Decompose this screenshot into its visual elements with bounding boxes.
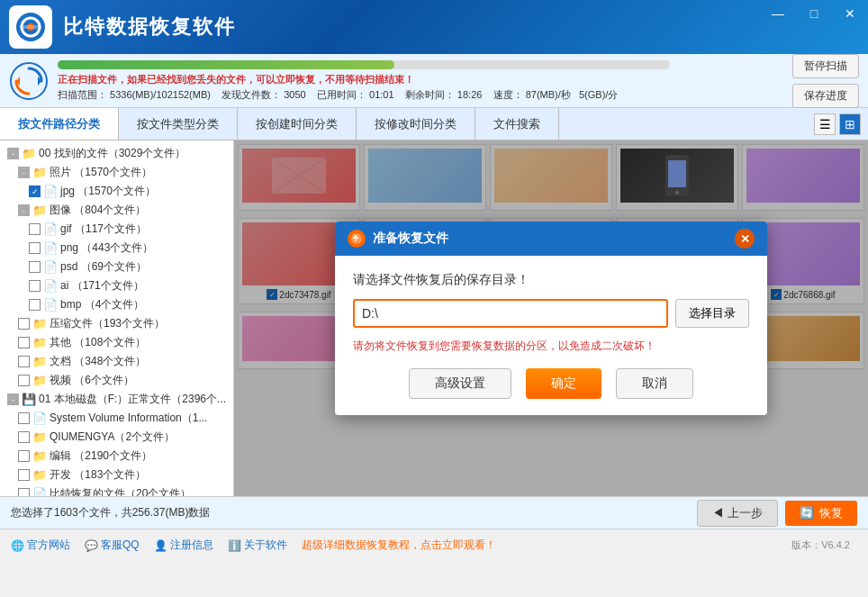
tree-checkbox[interactable] [18,318,30,330]
tree-checkbox[interactable] [18,337,30,348]
tree-item[interactable]: 📄 psd （69个文件） [0,258,233,276]
minimize-button[interactable]: — [760,0,796,27]
tree-checkbox[interactable] [29,242,41,254]
tree-checkbox[interactable]: - [18,167,30,178]
dialog-button-row: 高级设置 确定 取消 [353,368,749,399]
tree-item[interactable]: 📄 比特恢复的文件（20个文件） [0,484,233,496]
tree-checkbox[interactable] [18,356,30,367]
tab-search[interactable]: 文件搜索 [475,108,559,140]
tab-spacer [559,108,807,140]
tab-modify-time[interactable]: 按修改时间分类 [357,108,475,140]
file-icon: 📄 [43,241,58,255]
prev-step-button[interactable]: ◀ 上一步 [697,500,778,527]
tab-search-label: 文件搜索 [493,116,540,132]
pause-scan-button[interactable]: 暂停扫描 [792,54,859,78]
globe-icon: 🌐 [11,539,24,552]
dialog-browse-button[interactable]: 选择目录 [675,299,749,328]
status-text: 您选择了1603个文件，共256.37(MB)数据 [11,505,210,520]
about-link[interactable]: ℹ️ 关于软件 [228,538,287,553]
footer-links: 🌐 官方网站 💬 客服QQ 👤 注册信息 ℹ️ 关于软件 超级详细数据恢复教程，… [11,538,496,553]
tree-checkbox[interactable]: - [18,204,30,216]
tree-item[interactable]: - 💾 01 本地磁盘（F:）正常文件（2396个... [0,390,233,409]
dialog-overlay: 准备恢复文件 ✕ 请选择文件恢复后的保存目录！ 选择目录 请勿将文件恢复到您需要… [234,140,868,496]
svg-point-13 [351,233,362,244]
tree-checkbox[interactable] [18,488,30,496]
scan-icon [9,61,49,101]
tree-checkbox[interactable] [18,412,30,424]
title-bar: 比特数据恢复软件 — □ ✕ [0,0,868,54]
tree-item[interactable]: - 📁 00 找到的文件（3029个文件） [0,144,233,163]
tree-item[interactable]: 📁 文档 （348个文件） [0,352,233,371]
tree-checkbox[interactable] [18,375,30,386]
tab-type[interactable]: 按文件类型分类 [119,108,238,140]
remaining-label: 剩余时间： [405,89,455,100]
tree-checkbox[interactable] [29,299,41,311]
close-button[interactable]: ✕ [832,0,868,27]
tree-item[interactable]: - 📁 照片 （1570个文件） [0,163,233,182]
file-icon: 📄 [32,412,47,425]
tree-checkbox[interactable]: - [7,393,19,405]
dialog-body: 请选择文件恢复后的保存目录！ 选择目录 请勿将文件恢复到您需要恢复数据的分区，以… [335,256,767,415]
found-value: 3050 [284,89,305,100]
tree-checkbox[interactable] [18,431,30,443]
tree-item-label: 图像 （804个文件） [50,203,146,218]
tree-item[interactable]: 📁 其他 （108个文件） [0,333,233,352]
tree-item[interactable]: 📄 System Volume Information（1... [0,409,233,428]
dialog-path-input[interactable] [353,299,668,328]
file-tree[interactable]: - 📁 00 找到的文件（3029个文件） - 📁 照片 （1570个文件） ✓… [0,140,234,496]
maximize-button[interactable]: □ [796,0,832,27]
tutorial-link[interactable]: 超级详细数据恢复教程，点击立即观看！ [302,538,496,553]
scan-info: 正在扫描文件，如果已经找到您丢失的文件，可以立即恢复，不用等待扫描结束！ 扫描范… [58,60,783,102]
save-progress-button[interactable]: 保存进度 [792,84,859,108]
tree-item[interactable]: 📄 png （443个文件） [0,239,233,258]
app-logo [9,5,52,49]
folder-icon: 📁 [22,147,36,160]
drive-icon: 💾 [22,393,36,406]
tree-checkbox[interactable] [29,261,41,273]
tree-checkbox[interactable] [18,469,30,481]
tree-item[interactable]: 📁 开发 （183个文件） [0,466,233,484]
tree-item[interactable]: 📄 gif （117个文件） [0,220,233,239]
qq-link[interactable]: 💬 客服QQ [85,538,140,553]
tree-item[interactable]: 📁 视频 （6个文件） [0,371,233,390]
folder-icon: 📁 [32,204,47,217]
scan-range-value: 5336(MB)/102152(MB) [110,89,211,100]
register-link[interactable]: 👤 注册信息 [154,538,213,553]
tree-item[interactable]: ✓ 📄 jpg （1570个文件） [0,182,233,201]
dialog-advanced-button[interactable]: 高级设置 [409,368,511,399]
recover-button[interactable]: 🔄 恢复 [785,501,857,526]
tree-checkbox[interactable] [18,450,30,462]
tree-item[interactable]: 📁 编辑 （2190个文件） [0,447,233,466]
tree-item[interactable]: - 📁 图像 （804个文件） [0,201,233,220]
toolbar-right: 暂停扫描 保存进度 [792,54,859,108]
dialog-close-button[interactable]: ✕ [735,229,755,249]
list-view-button[interactable]: ☰ [814,113,836,135]
tree-checkbox[interactable] [29,223,41,235]
tree-item[interactable]: 📁 QIUMENGYA（2个文件） [0,428,233,447]
tree-item-label: 视频 （6个文件） [50,373,134,388]
tree-checkbox[interactable]: ✓ [29,185,41,197]
dialog-cancel-button[interactable]: 取消 [616,368,693,399]
tab-create-time[interactable]: 按创建时间分类 [238,108,357,140]
tree-item[interactable]: 📄 bmp （4个文件） [0,295,233,314]
tab-path[interactable]: 按文件路径分类 [0,108,119,140]
tree-item[interactable]: 📁 压缩文件（193个文件） [0,314,233,333]
view-toggle: ☰ ⊞ [807,108,868,140]
folder-icon: 📁 [32,449,47,463]
dialog-confirm-button[interactable]: 确定 [526,368,601,399]
grid-view-button[interactable]: ⊞ [839,113,861,135]
scan-range-label: 扫描范围： [58,89,107,100]
tree-checkbox[interactable]: - [7,148,19,159]
file-icon: 📄 [43,185,58,198]
folder-icon: 📁 [32,355,47,368]
tree-checkbox[interactable] [29,280,41,292]
website-link[interactable]: 🌐 官方网站 [11,538,70,553]
content-panel: ✓ 2dc73478.gif ✓ 2dc74058.gif ✓ 2dc74a [234,140,868,496]
tree-item-label: 其他 （108个文件） [50,335,146,350]
tree-item-label: ai （171个文件） [60,278,144,294]
tree-item-label: 编辑 （2190个文件） [50,448,152,464]
version-text: 版本：V6.4.2 [791,538,850,552]
tree-item-label: 开发 （183个文件） [50,467,146,483]
tree-item[interactable]: 📄 ai （171个文件） [0,276,233,295]
scan-status-text: 正在扫描文件，如果已经找到您丢失的文件，可以立即恢复，不用等待扫描结束！ [58,73,783,86]
